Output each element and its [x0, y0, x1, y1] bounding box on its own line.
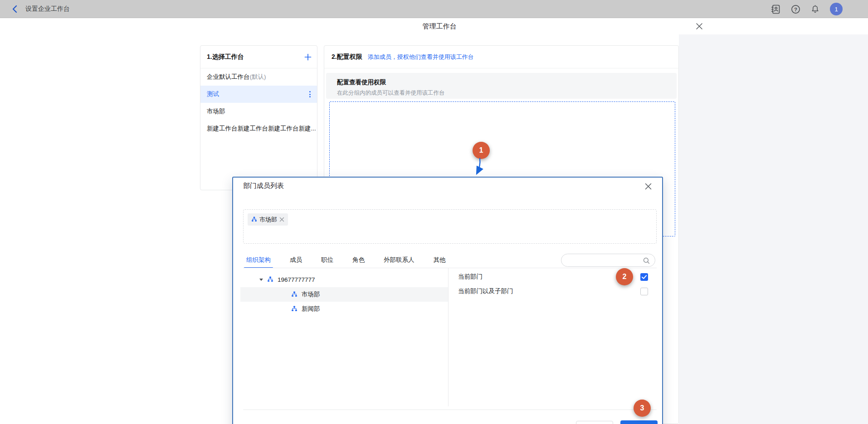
add-workspace-icon[interactable]: [304, 53, 312, 61]
workspace-item[interactable]: 市场部: [200, 103, 317, 120]
workspace-item[interactable]: 新建工作台新建工作台新建工作台新建...: [200, 120, 317, 137]
permission-panel-subtitle: 添加成员，授权他们查看并使用该工作台: [368, 53, 474, 61]
step-2-badge: 2: [616, 268, 633, 285]
option-current-and-sub-dept: 当前部门以及子部门: [458, 284, 513, 299]
tab-members[interactable]: 成员: [290, 252, 302, 268]
tab-positions[interactable]: 职位: [321, 252, 333, 268]
view-permission-title: 配置查看使用权限: [337, 78, 666, 87]
tree-node-market-dept[interactable]: 市场部: [240, 287, 448, 302]
workspace-panel: 1.选择工作台 企业默认工作台(默认) 测试 市场部 新建工作台新建工作台新建工…: [200, 45, 317, 190]
workspace-panel-header: 1.选择工作台: [200, 46, 317, 68]
bell-icon[interactable]: [810, 4, 820, 14]
remove-tag-icon[interactable]: [279, 217, 284, 222]
option-current-dept: 当前部门: [458, 270, 483, 284]
selected-tag: 市场部: [248, 213, 288, 226]
column-divider: [448, 268, 449, 406]
help-icon[interactable]: ?: [791, 5, 800, 14]
workspace-panel-title: 1.选择工作台: [207, 53, 244, 61]
tab-others[interactable]: 其他: [434, 252, 446, 268]
permission-panel-title: 2.配置权限: [332, 53, 362, 61]
topbar-actions: ? 1: [770, 0, 843, 18]
department-icon: [291, 306, 297, 312]
topbar-title: 设置企业工作台: [25, 5, 70, 13]
svg-text:?: ?: [794, 6, 797, 12]
view-permission-section: 配置查看使用权限 在此分组内的成员可以查看并使用该工作台: [326, 73, 677, 99]
selected-tag-label: 市场部: [259, 216, 277, 224]
contacts-icon[interactable]: [770, 4, 781, 14]
department-member-modal: 部门成员列表 市场部 组织架构 成员 职位 角色: [232, 177, 663, 424]
tabs-divider: [243, 268, 657, 268]
content-bottom-border: [243, 410, 657, 410]
checkbox-current-and-sub-dept[interactable]: [640, 288, 648, 295]
page-title: 管理工作台: [200, 22, 679, 31]
tree-node-news-dept[interactable]: 新闻部: [240, 302, 448, 316]
workspace-item-default[interactable]: 企业默认工作台(默认): [200, 68, 317, 86]
selected-members-box[interactable]: 市场部: [243, 209, 657, 244]
step-1-arrow: [467, 156, 487, 178]
caret-down-icon[interactable]: [259, 279, 263, 281]
search-box: [561, 254, 655, 267]
default-badge: (默认): [250, 73, 266, 81]
step-3-badge: 3: [634, 400, 651, 417]
tab-external-contacts[interactable]: 外部联系人: [384, 252, 414, 268]
modal-close-icon[interactable]: [644, 183, 652, 190]
tab-roles[interactable]: 角色: [352, 252, 365, 268]
department-icon: [291, 291, 297, 298]
modal-title: 部门成员列表: [243, 182, 284, 190]
department-icon: [251, 217, 257, 222]
dialog-header: 管理工作台: [0, 18, 868, 34]
cancel-button[interactable]: [576, 421, 613, 424]
tab-org-structure[interactable]: 组织架构: [246, 252, 271, 268]
confirm-button[interactable]: [620, 420, 658, 424]
back-icon[interactable]: [12, 5, 18, 14]
search-input[interactable]: [561, 254, 655, 266]
workspace-item-selected[interactable]: 测试: [200, 86, 317, 103]
view-permission-desc: 在此分组内的成员可以查看并使用该工作台: [337, 89, 666, 97]
department-icon: [267, 276, 273, 283]
checkbox-current-dept[interactable]: [640, 273, 648, 281]
page-background-gutter: [679, 34, 868, 424]
permission-panel-header: 2.配置权限 添加成员，授权他们查看并使用该工作台: [324, 46, 678, 68]
avatar[interactable]: 1: [830, 3, 843, 15]
topbar: 设置企业工作台 ?: [0, 0, 868, 18]
close-icon[interactable]: [695, 22, 703, 30]
more-actions-icon[interactable]: [309, 91, 311, 97]
tree-node-root[interactable]: 19677777777: [240, 272, 448, 287]
app-window: 设置企业工作台 ?: [0, 0, 868, 424]
